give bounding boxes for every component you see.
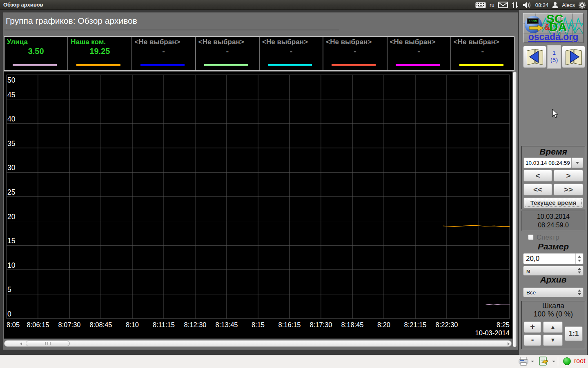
export-dropdown-icon[interactable]	[552, 361, 555, 362]
logo-site-link[interactable]: oscada.org	[523, 31, 583, 43]
legend-item-label: Улица	[7, 38, 65, 46]
current-time-button[interactable]: Текущее время	[523, 197, 583, 208]
spectrum-label: Спектр	[537, 233, 559, 242]
archive-group-title: Архив	[521, 275, 585, 285]
legend-item-value: -	[262, 47, 320, 56]
legend-item-label: <Не выбран>	[262, 38, 320, 46]
scale-zoom-in-button[interactable]: +	[524, 321, 541, 333]
trend-chart[interactable]: 051015202530354045508:058:06:158:07:308:…	[4, 72, 512, 339]
scale-zoom-out-button[interactable]: -	[524, 334, 541, 346]
scale-shift-up-button[interactable]: ▲	[543, 321, 563, 333]
legend-item[interactable]: <Не выбран>-	[196, 37, 259, 70]
legend: Улица3.50Наша ком.19.25<Не выбран>-<Не в…	[4, 36, 514, 71]
scale-shift-down-button[interactable]: ▼	[543, 334, 563, 346]
scroll-right-arrow-icon[interactable]	[508, 342, 510, 346]
size-unit-combo[interactable]: м	[523, 266, 584, 276]
datetime-combo-dropdown[interactable]	[571, 157, 583, 168]
legend-item-label: <Не выбран>	[454, 38, 512, 46]
size-unit-arrows[interactable]	[575, 266, 583, 275]
spin-up-icon	[578, 256, 581, 258]
archive-combo[interactable]: Все	[523, 287, 584, 297]
print-dropdown-icon[interactable]	[531, 361, 534, 362]
time-step-forward-button[interactable]: >	[554, 170, 583, 182]
mail-icon[interactable]	[498, 2, 508, 8]
network-updown-icon[interactable]	[512, 2, 519, 9]
triangle-down-icon: ▼	[550, 337, 556, 343]
export-button[interactable]	[539, 357, 548, 367]
prev-page-button[interactable]	[523, 46, 546, 68]
window-title: Обзор архивов	[0, 2, 43, 8]
datetime-combo[interactable]: 10.03.14 08:24:59	[523, 157, 583, 168]
time-step-back-button[interactable]: <	[523, 170, 552, 182]
legend-item-label: <Не выбран>	[390, 38, 448, 46]
time-group-title: Время	[521, 147, 585, 157]
legend-item-value: 3.50	[7, 47, 65, 56]
svg-text:8:11:15: 8:11:15	[153, 321, 175, 328]
archive-combo-value: Все	[523, 289, 575, 296]
archive-combo-arrows[interactable]	[575, 288, 583, 297]
logo-arrow-icon	[529, 25, 544, 31]
status-bar	[0, 355, 588, 368]
scale-value: 100 % (0 %)	[521, 310, 585, 319]
status-led	[563, 357, 571, 365]
top-panel: Обзор архивов ru 08:24 Alecs	[0, 0, 588, 10]
svg-text:50: 50	[7, 76, 16, 84]
next-page-button[interactable]	[562, 46, 585, 68]
svg-text:25: 25	[7, 188, 15, 196]
logo-lcd-value: 10.95	[527, 18, 539, 24]
legend-color-bar	[268, 64, 312, 66]
book-forward-icon	[564, 48, 584, 66]
legend-item[interactable]: <Не выбран>-	[260, 37, 323, 70]
legend-item-value: -	[135, 47, 193, 56]
clock-indicator[interactable]: 08:24	[535, 2, 549, 8]
svg-text:8:25: 8:25	[497, 321, 510, 328]
session-user[interactable]: Alecs	[562, 2, 575, 8]
legend-item-label: <Не выбран>	[198, 38, 256, 46]
time-page-forward-button[interactable]: >>	[554, 184, 583, 195]
print-button[interactable]	[519, 357, 528, 367]
volume-icon[interactable]	[523, 2, 532, 9]
legend-item[interactable]: Улица3.50	[4, 37, 67, 70]
legend-color-bar	[204, 64, 248, 66]
legend-item-value: -	[390, 47, 448, 56]
svg-text:8:05: 8:05	[7, 321, 20, 328]
datetime-display: 10.03.2014 08:24:59.0	[521, 211, 585, 231]
svg-text:8:08:45: 8:08:45	[89, 321, 112, 328]
legend-item[interactable]: <Не выбран>-	[388, 37, 450, 70]
scrollbar-thumb[interactable]	[26, 341, 70, 346]
svg-text:8:20: 8:20	[377, 321, 390, 328]
svg-text:8:16:15: 8:16:15	[278, 321, 301, 328]
pager-label: 1(5)	[547, 45, 561, 69]
legend-item[interactable]: <Не выбран>-	[132, 37, 195, 70]
user-icon[interactable]	[552, 2, 558, 8]
legend-item[interactable]: <Не выбран>-	[451, 37, 514, 70]
scale-one-to-one-button[interactable]: 1:1	[565, 326, 583, 341]
scale-group-title: Шкала	[521, 302, 585, 310]
svg-text:8:18:45: 8:18:45	[341, 321, 363, 328]
gear-icon[interactable]	[579, 2, 586, 9]
svg-text:10: 10	[7, 261, 16, 269]
time-page-back-button[interactable]: <<	[523, 184, 552, 195]
keyboard-layout[interactable]: ru	[490, 2, 494, 8]
datetime-combo-value: 10.03.14 08:24:59	[523, 157, 571, 168]
legend-item-value: -	[454, 47, 512, 56]
size-group-title: Размер	[521, 242, 585, 251]
spectrum-checkbox[interactable]	[528, 234, 534, 240]
spin-up-icon	[578, 268, 581, 270]
oscada-logo[interactable]: 10.95 SC & DA oscada.org	[523, 13, 584, 43]
legend-item-value: -	[326, 47, 384, 56]
chart-vertical-scrollbar[interactable]	[513, 72, 517, 347]
size-spinbox[interactable]: 20,0	[523, 253, 584, 264]
chart-horizontal-scrollbar[interactable]	[4, 340, 512, 347]
legend-item-value: -	[198, 47, 256, 56]
svg-text:8:22:30: 8:22:30	[435, 321, 458, 328]
legend-item[interactable]: Наша ком.19.25	[68, 37, 131, 70]
keyboard-icon[interactable]	[475, 2, 486, 8]
legend-item[interactable]: <Не выбран>-	[323, 37, 386, 70]
svg-text:8:10: 8:10	[126, 321, 139, 328]
size-spinbox-arrows[interactable]	[575, 254, 583, 264]
statusbar-separator	[558, 357, 558, 366]
svg-text:8:07:30: 8:07:30	[58, 321, 80, 328]
legend-item-label: <Не выбран>	[326, 38, 384, 46]
scroll-left-arrow-icon[interactable]	[20, 342, 22, 346]
